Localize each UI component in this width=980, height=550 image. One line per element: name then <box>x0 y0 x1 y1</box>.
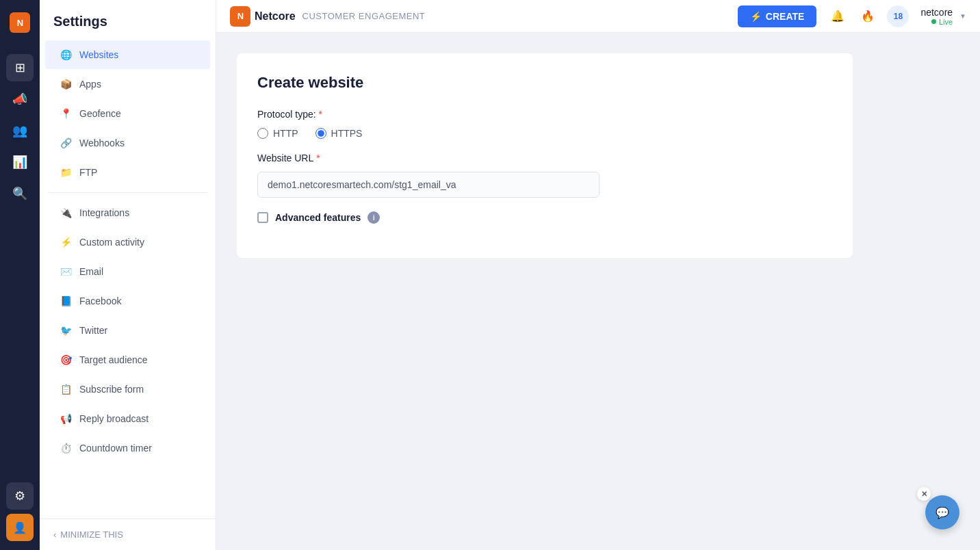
sidebar-item-custom-activity[interactable]: ⚡Custom activity <box>45 228 210 257</box>
http-radio[interactable] <box>257 128 268 139</box>
sidebar-item-webhooks[interactable]: 🔗Webhooks <box>45 129 210 157</box>
advanced-features-section: Advanced features i <box>257 211 832 224</box>
sidebar-item-label-subscribe-form: Subscribe form <box>79 384 144 395</box>
https-label: HTTPS <box>331 128 363 139</box>
create-label: CREATE <box>766 11 805 22</box>
content-card: Create website Protocol type: * HTTP HTT… <box>237 53 853 258</box>
email-icon: ✉️ <box>59 265 73 278</box>
website-url-section: Website URL * <box>257 153 832 198</box>
nav-icon-campaigns[interactable]: 📣 <box>6 86 34 113</box>
sidebar-item-twitter[interactable]: 🐦Twitter <box>45 316 210 345</box>
sidebar-item-integrations[interactable]: 🔌Integrations <box>45 198 210 227</box>
sidebar-item-label-email: Email <box>79 266 103 277</box>
sidebar-item-label-webhooks: Webhooks <box>79 138 125 148</box>
chat-close-button[interactable]: ✕ <box>917 487 931 501</box>
facebook-icon: 📘 <box>59 294 73 308</box>
sidebar-item-label-reply-broadcast: Reply broadcast <box>79 413 149 424</box>
nav-icon-settings[interactable]: ⚙ <box>6 482 34 510</box>
apps-icon: 📦 <box>59 77 73 91</box>
notification-count-badge[interactable]: 18 <box>887 5 909 27</box>
sidebar-item-target-audience[interactable]: 🎯Target audience <box>45 345 210 374</box>
target-audience-icon: 🎯 <box>59 353 73 367</box>
nav-icon-dashboard[interactable]: ⊞ <box>6 54 34 81</box>
countdown-timer-icon: ⏱️ <box>59 441 73 455</box>
product-name: CUSTOMER ENGAGEMENT <box>302 11 426 21</box>
nav-icon-search[interactable]: 🔍 <box>6 180 34 207</box>
protocol-type-section: Protocol type: * HTTP HTTPS <box>257 109 832 139</box>
sidebar-item-countdown-timer[interactable]: ⏱️Countdown timer <box>45 434 210 462</box>
advanced-features-label: Advanced features <box>275 212 361 223</box>
website-url-input[interactable] <box>257 172 599 198</box>
advanced-features-info-icon[interactable]: i <box>368 211 380 224</box>
sidebar-item-ftp[interactable]: 📁FTP <box>45 158 210 187</box>
https-radio[interactable] <box>315 128 326 139</box>
sidebar-item-subscribe-form[interactable]: 📋Subscribe form <box>45 375 210 404</box>
sidebar-item-label-integrations: Integrations <box>79 207 129 218</box>
sidebar-item-label-countdown-timer: Countdown timer <box>79 443 152 454</box>
lightning-icon: ⚡ <box>750 11 762 22</box>
user-name-label: netcore <box>920 7 953 18</box>
sidebar-item-label-facebook: Facebook <box>79 296 121 306</box>
protocol-radio-group: HTTP HTTPS <box>257 128 832 139</box>
sidebar-item-label-twitter: Twitter <box>79 325 107 336</box>
nav-icon-audience[interactable]: 👥 <box>6 117 34 144</box>
required-star-url: * <box>316 153 320 163</box>
app-logo[interactable]: N <box>4 7 36 38</box>
sidebar-item-label-custom-activity: Custom activity <box>79 237 144 248</box>
icon-sidebar: N ⊞ 📣 👥 📊 🔍 ⚙ 👤 <box>0 0 40 550</box>
sidebar-item-geofence[interactable]: 📍Geofence <box>45 99 210 128</box>
ftp-icon: 📁 <box>59 166 73 179</box>
sidebar-item-label-ftp: FTP <box>79 167 97 178</box>
create-button[interactable]: ⚡ CREATE <box>738 5 817 27</box>
minimize-label: MINIMIZE THIS <box>60 529 122 540</box>
subscribe-form-icon: 📋 <box>59 382 73 396</box>
sidebar-item-label-target-audience: Target audience <box>79 354 148 365</box>
twitter-icon: 🐦 <box>59 324 73 337</box>
netcore-logo: N Netcore <box>230 6 296 27</box>
top-nav: N Netcore CUSTOMER ENGAGEMENT ⚡ CREATE 🔔… <box>216 0 980 33</box>
http-option[interactable]: HTTP <box>257 128 298 139</box>
main-area: N Netcore CUSTOMER ENGAGEMENT ⚡ CREATE 🔔… <box>216 0 980 550</box>
nav-icon-user[interactable]: 👤 <box>6 514 34 541</box>
sidebar-item-reply-broadcast[interactable]: 📢Reply broadcast <box>45 404 210 433</box>
logo-box: N <box>10 12 30 33</box>
advanced-features-checkbox[interactable] <box>257 212 268 223</box>
http-label: HTTP <box>273 128 298 139</box>
sidebar-item-websites[interactable]: 🌐Websites <box>45 40 210 69</box>
user-dropdown-icon: ▼ <box>959 12 966 20</box>
chat-bubble-button[interactable]: 💬 <box>925 495 959 529</box>
brand-name: Netcore <box>255 10 296 23</box>
user-menu[interactable]: netcore Live ▼ <box>920 7 966 26</box>
chevron-left-icon: ‹ <box>53 529 56 540</box>
minimize-button[interactable]: ‹ MINIMIZE THIS <box>53 529 202 540</box>
nav-icon-analytics[interactable]: 📊 <box>6 148 34 176</box>
page-title: Create website <box>257 74 832 92</box>
https-option[interactable]: HTTPS <box>315 128 363 139</box>
left-sidebar: Settings 🌐Websites📦Apps📍Geofence🔗Webhook… <box>40 0 216 550</box>
live-status-badge: Live <box>931 18 953 26</box>
live-status-text: Live <box>939 18 953 26</box>
fire-icon[interactable]: 🔥 <box>857 5 879 27</box>
sidebar-item-facebook[interactable]: 📘Facebook <box>45 287 210 315</box>
integrations-icon: 🔌 <box>59 206 73 220</box>
sidebar-footer: ‹ MINIMIZE THIS <box>40 519 216 550</box>
content-area: Create website Protocol type: * HTTP HTT… <box>216 33 980 550</box>
sidebar-item-apps[interactable]: 📦Apps <box>45 70 210 99</box>
websites-icon: 🌐 <box>59 48 73 62</box>
logo-brand-box: N <box>230 6 250 27</box>
custom-activity-icon: ⚡ <box>59 235 73 249</box>
required-star-protocol: * <box>319 109 322 120</box>
nav-actions: 🔔 🔥 18 netcore Live ▼ <box>827 5 966 27</box>
sidebar-divider-1 <box>48 192 207 193</box>
live-dot <box>931 19 936 24</box>
webhooks-icon: 🔗 <box>59 136 73 150</box>
sidebar-item-label-geofence: Geofence <box>79 108 121 119</box>
advanced-features-row: Advanced features i <box>257 211 832 224</box>
sidebar-item-label-apps: Apps <box>79 79 101 90</box>
sidebar-item-email[interactable]: ✉️Email <box>45 257 210 286</box>
geofence-icon: 📍 <box>59 107 73 120</box>
notification-bell[interactable]: 🔔 <box>827 5 849 27</box>
protocol-type-label: Protocol type: * <box>257 109 832 120</box>
website-url-label: Website URL * <box>257 153 832 163</box>
sidebar-title: Settings <box>40 0 216 40</box>
